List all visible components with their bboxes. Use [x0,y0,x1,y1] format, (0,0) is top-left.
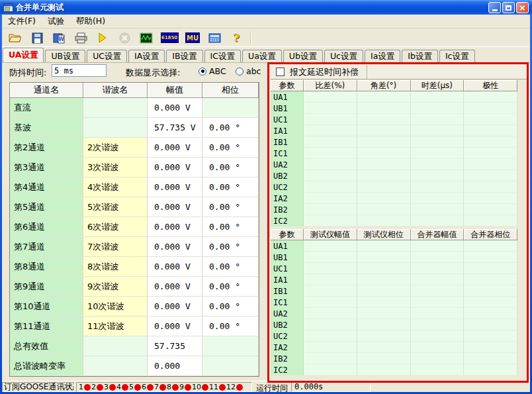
param-cell: UB2 [271,319,304,330]
tab-setting[interactable]: IA设置 [128,50,165,62]
tab-setting[interactable]: Ua设置 [242,50,282,62]
ratio-error-cell [304,170,357,181]
titlebar[interactable]: 合并单元测试 × [0,0,532,15]
indicator-dot-icon [97,384,103,391]
phase-cell[interactable] [202,336,259,356]
amplitude-cell[interactable]: 0.000 V [148,277,202,297]
phase-cell[interactable]: 0.00 ° [202,297,259,317]
indicator-number: 4 [116,383,121,391]
phase-cell[interactable]: 0.00 ° [202,138,259,158]
help-icon: ? [233,31,240,44]
harmonic-cell: 4次谐波 [83,177,148,197]
tester-amplitude-cell [304,252,357,263]
tab-setting[interactable]: Ia设置 [365,50,400,62]
tab-setting[interactable]: UA设置 [3,48,44,62]
menu-item[interactable]: 帮助(H) [70,15,111,28]
param-cell: IA1 [271,274,304,285]
goose-indicator: 12 [226,383,244,391]
phase-cell[interactable]: 0.00 ° [202,177,259,197]
iec61850-button[interactable]: 61850 [160,30,179,45]
phase-cell[interactable]: 0.00 ° [202,257,259,277]
phase-cell[interactable]: 0.00 ° [202,277,259,297]
help-button[interactable]: ? [228,30,244,45]
indicator-number: 6 [142,383,146,391]
tester-phase-cell [357,330,411,342]
export-word-button[interactable]: W [51,30,67,45]
tab-setting[interactable]: UB设置 [45,50,85,62]
amplitude-cell[interactable]: 0.000 V [148,177,202,197]
phase-cell[interactable] [202,356,259,376]
amplitude-cell[interactable]: 0.000 V [148,237,202,257]
table-row: 第5通道 5次谐波 0.000 V 0.00 ° [10,197,259,217]
waveform-button[interactable] [138,30,154,45]
time-error-cell [411,136,465,148]
menu-item[interactable]: 文件(F) [2,15,42,28]
minimize-button[interactable] [488,2,501,13]
debounce-input[interactable] [52,64,107,77]
amplitude-cell[interactable]: 0.000 V [148,158,202,177]
tester-phase-cell [357,263,411,274]
tab-setting[interactable]: IC设置 [204,50,241,62]
amplitude-cell[interactable]: 57.735 V [148,118,202,138]
polarity-cell [464,170,517,181]
print-button[interactable] [73,30,89,45]
table-row: IA1 [271,274,517,285]
app-icon [3,3,13,12]
table-row: IB1 [271,136,517,148]
amplitude-cell[interactable]: 57.735 [148,336,202,356]
header-harmonic: 谐波名 [83,83,148,98]
menu-bar: 文件(F) 试验 帮助(H) [2,15,530,28]
amplitude-cell[interactable]: 0.000 V [148,297,202,317]
tester-phase-cell [357,308,411,319]
phase-cell[interactable]: 0.00 ° [202,237,259,257]
amplitude-cell[interactable]: 0.000 V [148,98,202,118]
menu-item[interactable]: 试验 [42,15,70,28]
tab-setting[interactable]: Ic设置 [439,50,475,62]
tab-setting[interactable]: IB设置 [166,50,202,62]
maximize-button[interactable] [502,2,515,13]
indicator-dot-icon [122,384,128,391]
phase-cell[interactable]: 0.00 ° [202,158,259,177]
param-cell: UA2 [271,308,304,319]
mu-button[interactable]: MU [185,30,200,45]
radio-abc-upper[interactable]: ABC [199,66,226,76]
amplitude-cell[interactable]: 0.000 V [148,317,202,336]
polarity-cell [464,159,517,170]
goose-indicator: 8 [167,383,179,391]
phase-cell[interactable]: 0.00 ° [202,197,259,217]
header-phase: 相位 [202,83,259,98]
stop-button[interactable] [116,30,132,45]
ratio-error-cell [304,91,357,103]
table-row: 第6通道 6次谐波 0.000 V 0.00 ° [10,217,259,237]
debounce-label: 防抖时间: [9,67,46,79]
header-time-error: 时差(μs) [411,80,465,91]
amplitude-cell[interactable]: 0.000 V [148,197,202,217]
phase-cell[interactable]: 0.00 ° [202,317,259,336]
tab-setting[interactable]: Ib设置 [402,50,438,62]
radio-abc-lower[interactable]: abc [236,66,261,76]
delay-compensation-checkbox[interactable] [276,68,285,76]
param-cell: IC1 [271,297,304,308]
run-button[interactable] [95,30,111,45]
amplitude-cell[interactable]: 0.000 V [148,257,202,277]
indicator-dot-icon [219,384,226,391]
param-cell: UC1 [271,263,304,274]
amplitude-cell[interactable]: 0.000 V [148,138,202,158]
calculator-button[interactable] [206,30,222,45]
tab-setting[interactable]: Uc设置 [324,50,363,62]
tab-setting[interactable]: UC设置 [87,50,127,62]
phase-cell[interactable]: 0.00 ° [202,118,259,138]
param-cell: IA1 [271,125,304,136]
open-button[interactable] [7,30,23,45]
close-button[interactable]: × [516,2,529,13]
save-button[interactable] [29,30,45,45]
amplitude-cell[interactable]: 0.000 V [148,217,202,237]
amplitude-cell[interactable]: 0.000 [148,356,202,376]
phase-cell[interactable] [202,98,259,118]
tester-phase-cell [357,353,411,364]
tab-setting[interactable]: Ub设置 [283,50,323,62]
polarity-cell [464,91,517,103]
polarity-cell [464,181,517,193]
table-row: IC2 [271,364,517,375]
phase-cell[interactable]: 0.00 ° [202,217,259,237]
